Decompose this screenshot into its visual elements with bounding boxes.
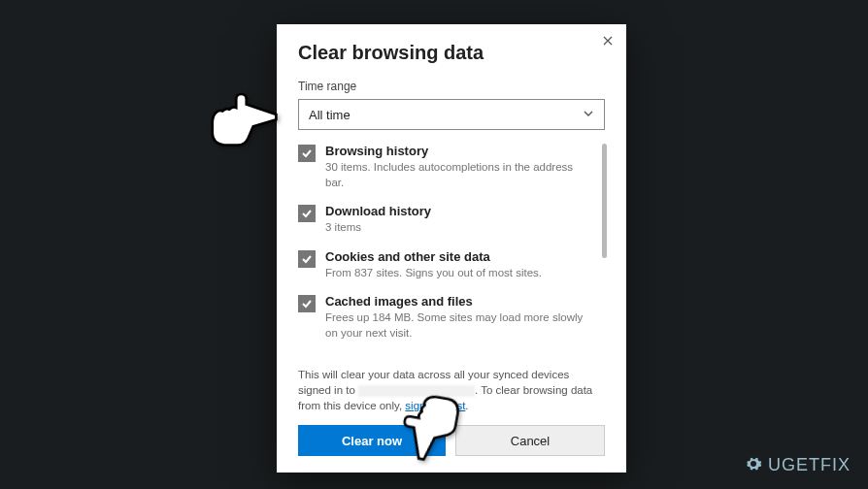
item-title: Cookies and other site data	[325, 249, 542, 264]
list-item: Cached images and files Frees up 184 MB.…	[298, 294, 593, 341]
item-sub: Frees up 184 MB. Some sites may load mor…	[325, 310, 593, 341]
item-sub: 30 items. Includes autocompletions in th…	[325, 160, 593, 190]
options-list-wrap: Browsing history 30 items. Includes auto…	[298, 144, 605, 367]
options-list: Browsing history 30 items. Includes auto…	[298, 144, 605, 367]
time-range-value: All time	[309, 108, 351, 122]
checkbox-download-history[interactable]	[298, 205, 316, 222]
item-title: Browsing history	[325, 144, 593, 158]
cancel-button[interactable]: Cancel	[455, 425, 605, 456]
time-range-select[interactable]: All time	[298, 99, 605, 130]
scrollbar[interactable]	[602, 144, 607, 258]
checkbox-browsing-history[interactable]	[298, 145, 316, 162]
checkbox-cached[interactable]	[298, 295, 316, 312]
watermark: UGETFIX	[745, 455, 851, 477]
checkbox-cookies[interactable]	[298, 250, 316, 268]
dialog-title: Clear browsing data	[298, 42, 605, 64]
time-range-label: Time range	[298, 80, 605, 93]
item-sub: From 837 sites. Signs you out of most si…	[325, 266, 542, 281]
pointer-hand-icon	[194, 87, 282, 155]
gear-icon	[745, 455, 762, 477]
close-icon[interactable]	[603, 34, 613, 49]
list-item: Cookies and other site data From 837 sit…	[298, 249, 593, 281]
item-title: Cached images and files	[325, 294, 593, 309]
list-item: Browsing history 30 items. Includes auto…	[298, 144, 593, 190]
chevron-down-icon	[583, 108, 594, 122]
list-item: Download history 3 items	[298, 204, 593, 236]
item-title: Download history	[325, 204, 431, 218]
item-sub: 3 items	[325, 220, 431, 236]
